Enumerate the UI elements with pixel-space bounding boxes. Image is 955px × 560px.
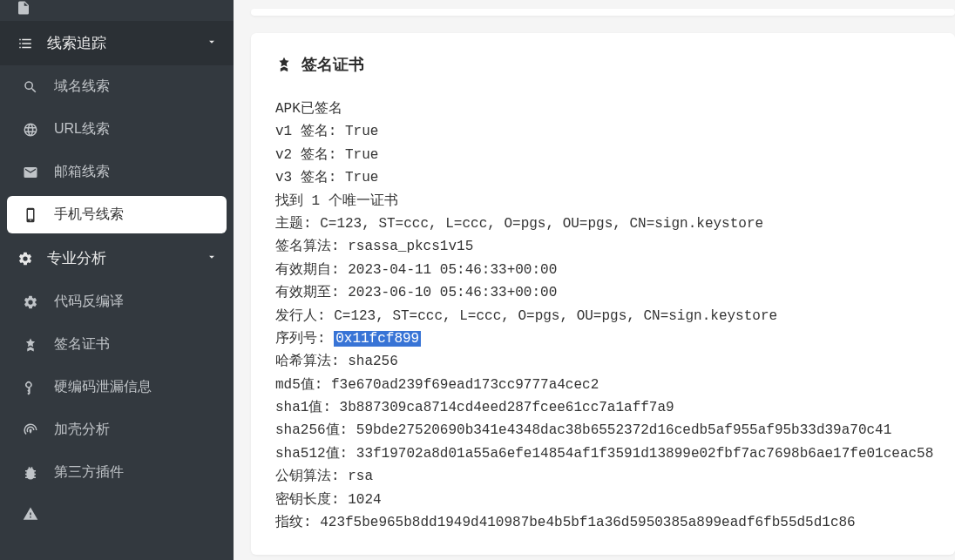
- sidebar-item-label: 代码反编译: [54, 293, 124, 311]
- cert-line: sha1值: 3b887309ca8714cd4eed287fcee61cc7a…: [275, 396, 931, 419]
- sidebar-item-plugins[interactable]: 第三方插件: [0, 451, 234, 494]
- fingerprint-icon: [21, 422, 40, 438]
- cert-line: v1 签名: True: [275, 120, 931, 143]
- sidebar-item-label: 加壳分析: [54, 421, 110, 439]
- cert-line: APK已签名: [275, 98, 931, 120]
- file-icon: [16, 0, 35, 16]
- cert-line: 指纹: 423f5be965b8dd1949d410987be4b5bf1a36…: [275, 511, 931, 534]
- gear-icon: [16, 251, 35, 267]
- sidebar-item-danger[interactable]: [0, 494, 234, 525]
- key-icon: [21, 380, 40, 395]
- cert-line: 哈希算法: sha256: [275, 350, 931, 373]
- chevron-down-icon: [206, 35, 218, 52]
- sidebar-item-cut[interactable]: [0, 0, 234, 21]
- sidebar-item-label: URL线索: [54, 120, 110, 138]
- mail-icon: [21, 165, 40, 180]
- sidebar-item-email[interactable]: 邮箱线索: [0, 151, 234, 193]
- cert-line: 签名算法: rsassa_pkcs1v15: [275, 235, 931, 258]
- sidebar-item-label: 第三方插件: [54, 463, 124, 482]
- cert-line: 发行人: C=123, ST=ccc, L=ccc, O=pgs, OU=pgs…: [275, 305, 931, 327]
- card-title-text: 签名证书: [301, 54, 364, 75]
- cert-line: 公钥算法: rsa: [275, 465, 931, 488]
- cert-line: 主题: C=123, ST=ccc, L=ccc, O=pgs, OU=pgs,…: [275, 213, 931, 235]
- list-icon: [16, 36, 35, 51]
- sidebar-item-label: 签名证书: [54, 335, 110, 354]
- chevron-down-icon: [206, 250, 218, 267]
- cert-line: md5值: f3e670ad239f69ead173cc9777a4cec2: [275, 374, 931, 396]
- warning-icon: [21, 506, 40, 522]
- sidebar-item-label: 邮箱线索: [54, 163, 110, 181]
- certificate-icon: [275, 56, 293, 73]
- cert-line: 有效期自: 2023-04-11 05:46:33+00:00: [275, 259, 931, 281]
- sidebar-item-packer[interactable]: 加壳分析: [0, 408, 234, 451]
- certificate-card: 签名证书 APK已签名 v1 签名: True v2 签名: True v3 签…: [251, 33, 955, 555]
- sidebar-item-url[interactable]: URL线索: [0, 108, 234, 151]
- serial-highlight[interactable]: 0x11fcf899: [334, 331, 421, 347]
- globe-icon: [21, 122, 40, 138]
- sidebar-group-label: 专业分析: [47, 248, 106, 268]
- cert-line: sha256值: 59bde27520690b341e4348dac38b655…: [275, 419, 931, 442]
- phone-icon: [21, 207, 40, 223]
- sidebar: 线索追踪 域名线索 URL线索 邮箱线索 手机号线索 专业分析: [0, 0, 234, 560]
- sidebar-item-label: 手机号线索: [54, 206, 124, 224]
- certificate-body: APK已签名 v1 签名: True v2 签名: True v3 签名: Tr…: [275, 98, 931, 534]
- bug-icon: [21, 465, 40, 481]
- cert-line-serial[interactable]: 序列号: 0x11fcf899: [275, 327, 931, 350]
- sidebar-item-decompile[interactable]: 代码反编译: [0, 280, 234, 323]
- certificate-icon: [21, 337, 40, 353]
- cert-line: v3 签名: True: [275, 166, 931, 189]
- sidebar-group-analysis[interactable]: 专业分析: [0, 236, 234, 280]
- sidebar-item-phone[interactable]: 手机号线索: [7, 196, 227, 233]
- sidebar-item-label: 硬编码泄漏信息: [54, 378, 152, 396]
- sidebar-item-domain[interactable]: 域名线索: [0, 65, 234, 108]
- sidebar-item-certificate[interactable]: 签名证书: [0, 323, 234, 366]
- cert-line: 有效期至: 2023-06-10 05:46:33+00:00: [275, 281, 931, 304]
- sidebar-group-clues[interactable]: 线索追踪: [0, 21, 234, 65]
- card-top-edge: [251, 9, 955, 16]
- sidebar-item-label: 域名线索: [54, 78, 110, 96]
- gear-icon: [21, 294, 40, 310]
- search-icon: [21, 79, 40, 95]
- sidebar-group-label: 线索追踪: [47, 33, 106, 53]
- sidebar-item-hardcoded[interactable]: 硬编码泄漏信息: [0, 366, 234, 408]
- main-content: 签名证书 APK已签名 v1 签名: True v2 签名: True v3 签…: [234, 0, 955, 560]
- cert-line: 找到 1 个唯一证书: [275, 190, 931, 213]
- cert-line: v2 签名: True: [275, 144, 931, 166]
- cert-line: sha512值: 33f19702a8d01a55a6efe14854af1f3…: [275, 442, 931, 465]
- cert-line: 密钥长度: 1024: [275, 489, 931, 511]
- card-title: 签名证书: [275, 54, 931, 75]
